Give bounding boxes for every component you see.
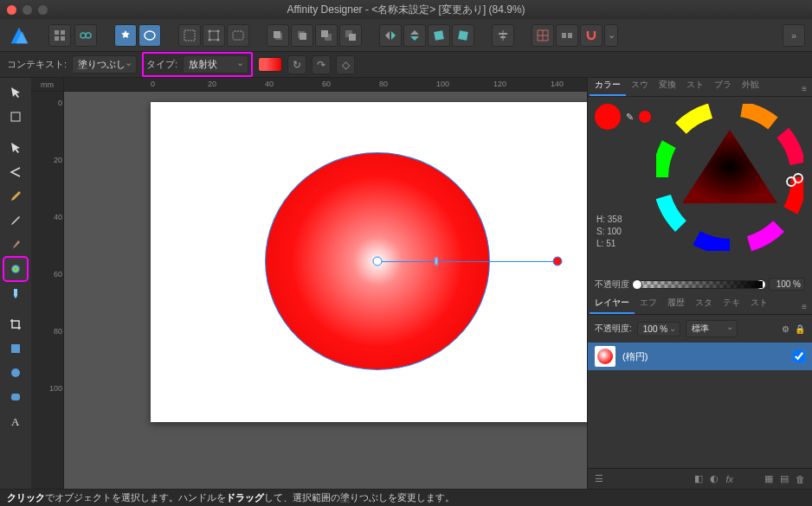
pen-tool[interactable]	[4, 185, 27, 208]
layer-fx-icon[interactable]: fx	[725, 474, 733, 484]
gradient-center-handle[interactable]	[373, 257, 383, 266]
gradient-swatch-button[interactable]	[258, 57, 282, 72]
status-bar: クリック でオブジェクトを選択します。ハンドルを ドラッグ して、選択範囲の塗り…	[0, 489, 812, 506]
tab-text-styles[interactable]: テキ	[718, 294, 745, 314]
layer-blend-mode-select[interactable]: 標準	[686, 320, 738, 337]
rotate-ccw-icon[interactable]	[428, 24, 450, 47]
fill-tool[interactable]	[4, 258, 27, 280]
arrange-back-one-icon[interactable]	[267, 24, 289, 47]
tab-appearance[interactable]: 外観	[737, 76, 764, 96]
color-opacity-slider[interactable]	[635, 280, 764, 289]
color-opacity-label: 不透明度	[595, 279, 629, 291]
synchronize-defaults-icon[interactable]	[114, 24, 137, 47]
gradient-path[interactable]	[377, 261, 557, 262]
tab-transform[interactable]: 変換	[654, 76, 681, 96]
ellipse-tool[interactable]	[4, 362, 27, 384]
arrange-to-front-icon[interactable]	[339, 24, 362, 47]
arrange-to-back-icon[interactable]	[315, 24, 338, 47]
corner-tool[interactable]	[4, 161, 27, 183]
tab-brushes[interactable]: ブラ	[709, 76, 737, 96]
svg-rect-33	[562, 33, 566, 38]
persona-pixel-icon[interactable]	[74, 24, 97, 47]
canvas[interactable]	[64, 92, 587, 489]
node-tool[interactable]	[4, 137, 27, 159]
transparency-tool[interactable]	[4, 282, 27, 304]
svg-rect-34	[568, 33, 572, 38]
fill-color-swatch[interactable]	[595, 104, 621, 130]
ruler-horizontal[interactable]: 0 20 40 60 80 100 120 140 160	[64, 78, 587, 92]
tab-swatches[interactable]: スウ	[626, 76, 654, 96]
reverse-gradient-icon[interactable]: ↻	[287, 55, 306, 74]
persona-designer-icon[interactable]	[48, 24, 71, 47]
ruler-vertical[interactable]: 0 20 40 60 80 100	[31, 92, 64, 489]
crop-tool[interactable]	[4, 313, 27, 336]
main-area: A mm 0 20 40 60 80 100 120 140 160 0 20 …	[0, 78, 812, 489]
color-panel: ✎	[588, 97, 812, 296]
gradient-midpoint-handle[interactable]	[435, 258, 438, 266]
color-opacity-value[interactable]: 100 %	[769, 278, 805, 291]
ruler-unit-label[interactable]: mm	[31, 78, 64, 92]
arrange-forward-one-icon[interactable]	[291, 24, 313, 47]
tab-stroke[interactable]: スト	[681, 76, 709, 96]
fill-mode-select[interactable]: 塗りつぶし	[72, 55, 137, 74]
svg-text:A: A	[11, 415, 20, 428]
snap-grid-icon[interactable]	[532, 24, 554, 47]
toolbar-overflow-icon[interactable]: »	[783, 24, 805, 47]
layers-stack-icon[interactable]: ☰	[595, 473, 603, 484]
tab-stock[interactable]: スト	[745, 294, 773, 314]
snap-dropdown-icon[interactable]: ⌄	[604, 24, 618, 47]
secondary-color-swatch[interactable]	[639, 111, 651, 123]
vector-brush-tool[interactable]	[4, 234, 27, 256]
transform-select-icon[interactable]	[178, 24, 201, 47]
layer-opacity-label: 不透明度:	[595, 323, 632, 335]
layer-opacity-value[interactable]: 100 %	[637, 322, 680, 336]
rotate-gradient-icon[interactable]: ↷	[312, 55, 331, 74]
add-pixel-layer-icon[interactable]: ▦	[764, 473, 773, 484]
tab-styles[interactable]: スタ	[690, 294, 718, 314]
adjustment-layer-icon[interactable]: ◐	[710, 473, 719, 484]
artboard-tool[interactable]	[4, 106, 27, 128]
snap-guides-icon[interactable]	[556, 24, 578, 47]
mask-layer-icon[interactable]: ◧	[694, 473, 703, 484]
tab-color[interactable]: カラー	[590, 76, 626, 96]
svg-rect-28	[434, 30, 444, 41]
artboard[interactable]	[151, 102, 587, 422]
add-layer-icon[interactable]: ▤	[780, 473, 789, 484]
layer-visibility-checkbox[interactable]	[793, 350, 805, 362]
rounded-rect-tool[interactable]	[4, 386, 27, 408]
shape-tool[interactable]	[4, 337, 27, 360]
color-wheel[interactable]	[656, 104, 803, 251]
lock-layer-icon[interactable]: 🔒	[795, 324, 805, 334]
eyedropper-icon[interactable]: ✎	[626, 112, 634, 123]
svg-rect-21	[321, 30, 328, 37]
flip-horizontal-icon[interactable]	[379, 24, 402, 47]
svg-rect-37	[11, 344, 20, 353]
flip-vertical-icon[interactable]	[403, 24, 426, 47]
text-tool[interactable]: A	[4, 410, 27, 432]
gradient-end-handle[interactable]	[553, 257, 563, 266]
transform-object-icon[interactable]	[203, 24, 225, 47]
rotate-cw-icon[interactable]	[452, 24, 474, 47]
snap-magnet-icon[interactable]	[580, 24, 603, 47]
app-logo-icon[interactable]	[7, 23, 31, 48]
svg-marker-26	[410, 30, 419, 35]
aspect-lock-icon[interactable]: ◇	[336, 55, 355, 74]
gradient-type-select[interactable]: 放射状	[183, 55, 248, 74]
move-tool[interactable]	[4, 81, 27, 104]
color-panel-menu-icon[interactable]: ≡	[796, 81, 812, 96]
transform-text-icon[interactable]	[227, 24, 249, 47]
tab-layers[interactable]: レイヤー	[590, 294, 635, 314]
layer-item[interactable]: (楕円)	[588, 343, 812, 370]
svg-point-11	[209, 29, 211, 32]
tab-history[interactable]: 履歴	[662, 294, 690, 314]
revert-defaults-icon[interactable]	[139, 24, 161, 47]
align-icon[interactable]	[492, 24, 514, 47]
color-panel-tabs: カラー スウ 変換 スト ブラ 外観 ≡	[588, 78, 812, 97]
delete-layer-icon[interactable]: 🗑	[796, 474, 805, 484]
pencil-tool[interactable]	[4, 209, 27, 232]
layers-panel-menu-icon[interactable]: ≡	[796, 299, 812, 314]
svg-rect-9	[184, 30, 195, 41]
tab-effects[interactable]: エフ	[635, 294, 662, 314]
blend-ranges-icon[interactable]: ⚙	[782, 324, 789, 334]
titlebar: Affinity Designer - <名称未設定> [変更あり] (84.9…	[0, 0, 812, 19]
